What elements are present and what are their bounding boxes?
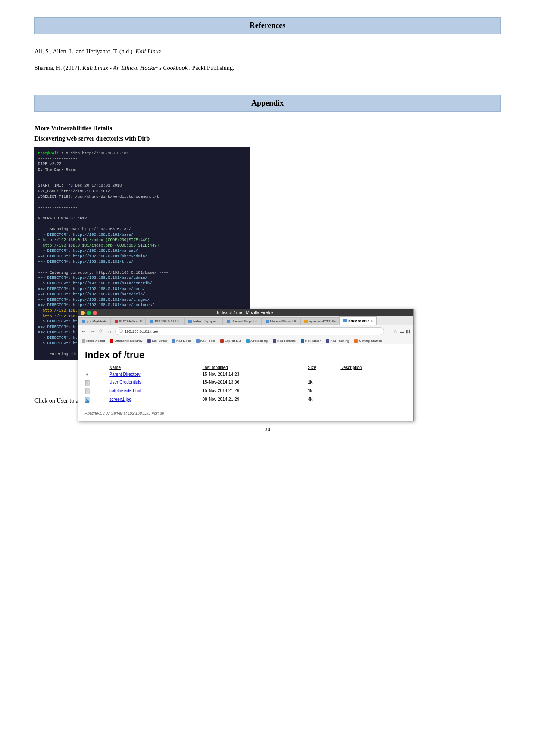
tab-label-index-true: Index of /true xyxy=(348,319,369,323)
screenshot-wrapper: root@kali :~# dirb http://192.168.0.181 … xyxy=(34,147,501,389)
row-name-parent: Parent Directory xyxy=(109,371,202,379)
tab-favicon-manual2 xyxy=(266,320,269,323)
terminal-sep: ----------------- xyxy=(38,205,247,211)
reference-1: Ali, S., Allen, L. and Heriyanto, T. (n.… xyxy=(34,47,501,56)
terminal-cmd-text: :~# dirb http://192.168.0.181 xyxy=(61,151,129,156)
link-parent-dir[interactable]: Parent Directory xyxy=(109,372,140,377)
bookmark-favicon-getting-started xyxy=(354,339,358,343)
tab-favicon-index-phpm xyxy=(188,320,192,323)
reader-view-icon[interactable]: ☰ xyxy=(400,329,404,334)
tab-label-manual2: Manual Page: htt... xyxy=(270,319,299,323)
tab-phpmyadmin[interactable]: phpMyAdmin xyxy=(78,317,111,325)
tab-manual1[interactable]: Manual Page: htt... xyxy=(223,317,262,325)
bookmark-label-exploit-db: Exploit-DB xyxy=(225,339,241,343)
tab-label-put: PUT Method E xyxy=(119,319,142,323)
row-name-html: gotothersite.html xyxy=(109,387,202,396)
terminal-index: + http://192.168.0.181/index (CODE:200|S… xyxy=(38,237,247,243)
bookmark-aircrack[interactable]: Aircrack-ng xyxy=(245,338,269,343)
link-html[interactable]: gotothersite.html xyxy=(109,388,141,393)
tab-favicon-phpmyadmin xyxy=(82,320,85,323)
svg-point-9 xyxy=(86,399,88,400)
bookmark-favicon-nethunter xyxy=(301,339,304,343)
row-modified-img: 08-Nov-2014 21:29 xyxy=(202,396,308,405)
tab-192[interactable]: 192.168.0.181/b... xyxy=(146,317,185,325)
row-desc-parent xyxy=(340,371,407,379)
bookmark-kali-training[interactable]: Kali Training xyxy=(325,338,350,343)
close-button[interactable] xyxy=(93,311,97,315)
tab-index-true[interactable]: Index of /true × xyxy=(339,316,377,325)
tab-apache[interactable]: Apache HTTP Ser... xyxy=(300,317,339,325)
row-size-html: 1k xyxy=(308,387,340,396)
link-img[interactable]: screen1.jpg xyxy=(109,397,131,402)
home-button[interactable]: ⌂ xyxy=(106,328,113,334)
ref1-italic: Kali Linux xyxy=(135,48,161,55)
terminal-base-help: ==> DIRECTORY: http://192.168.0.181/base… xyxy=(38,292,247,297)
back-arrow-icon xyxy=(85,372,90,377)
appendix-header: Appendix xyxy=(34,95,501,112)
bookmark-offensive[interactable]: Offensive Security xyxy=(109,338,144,343)
bookmark-getting-started[interactable]: Getting Started xyxy=(353,338,383,343)
bookmark-label-offensive: Offensive Security xyxy=(114,339,142,343)
sync-icon[interactable]: ▮▮ xyxy=(406,329,411,334)
terminal-start: START_TIME: Thu Dec 20 17:18:01 2018 xyxy=(38,183,247,189)
bookmark-label-aircrack: Aircrack-ng xyxy=(250,339,268,343)
terminal-base-contrib: ==> DIRECTORY: http://192.168.0.181/base… xyxy=(38,281,247,287)
svg-rect-1 xyxy=(85,380,89,385)
back-button[interactable]: ← xyxy=(81,328,87,334)
bookmark-icon[interactable]: ☆ xyxy=(393,328,397,334)
tab-manual2[interactable]: Manual Page: htt... xyxy=(262,317,300,325)
terminal-line-1: ----------------- xyxy=(38,156,247,162)
bookmark-label-most-visited: Most Visited xyxy=(86,339,105,343)
terminal-line-4: ----------------- xyxy=(38,172,247,178)
terminal-wordlist: WORDLIST_FILES: /usr/share/dirb/wordlist… xyxy=(38,194,247,200)
maximize-button[interactable] xyxy=(87,311,91,315)
col-size-header: Size xyxy=(308,364,340,371)
bookmark-exploit-db[interactable]: Exploit-DB xyxy=(219,338,242,343)
address-info-icon: ⓘ xyxy=(119,328,123,334)
terminal-base-docs: ==> DIRECTORY: http://192.168.0.181/base… xyxy=(38,287,247,292)
terminal-prompt: root@kali xyxy=(38,151,59,156)
link-credentials[interactable]: User Credentials xyxy=(109,380,141,384)
index-table: Name Last modified Size Description xyxy=(85,364,407,405)
file-icon-html xyxy=(85,388,90,394)
row-size-credentials: 1k xyxy=(308,379,340,387)
reference-2: Sharma, H. (2017). Kali Linux - An Ethic… xyxy=(34,63,501,73)
table-row-img: screen1.jpg 08-Nov-2014 21:29 4k xyxy=(85,396,407,405)
bookmark-kali-linux[interactable]: Kali Linux xyxy=(146,338,168,343)
table-row-html: gotothersite.html 15-Nov-2014 21:26 1k xyxy=(85,387,407,396)
more-options-icon[interactable]: ⋯ xyxy=(387,328,391,334)
svg-marker-0 xyxy=(86,373,88,376)
address-bar[interactable]: ⓘ 192.168.0.181/true/ xyxy=(115,327,384,335)
row-desc-html xyxy=(340,387,407,396)
row-icon-credentials xyxy=(85,379,109,387)
references-section: References Ali, S., Allen, L. and Heriya… xyxy=(34,17,501,73)
tab-favicon-put xyxy=(115,320,118,323)
bookmark-most-visited[interactable]: Most Visited xyxy=(81,338,106,343)
terminal-url: URL_BASE: http://192.168.0.181/ xyxy=(38,189,247,194)
bookmark-kali-forums[interactable]: Kali Forums xyxy=(272,338,297,343)
address-text: 192.168.0.181/true/ xyxy=(125,329,158,334)
col-name-header: Name xyxy=(109,364,202,371)
bookmark-label-kali-docs: Kali Docs xyxy=(176,339,191,343)
row-desc-credentials xyxy=(340,379,407,387)
tab-label-phpmyadmin: phpMyAdmin xyxy=(87,319,107,323)
tab-put-method[interactable]: PUT Method E xyxy=(111,317,146,325)
bookmark-nethunter[interactable]: NetHunter xyxy=(300,338,322,343)
minimize-button[interactable] xyxy=(81,311,85,315)
terminal-index-php: + http://192.168.0.181/index.php (CODE:2… xyxy=(38,243,247,249)
tab-close-icon[interactable]: × xyxy=(371,319,373,323)
ref2-after: . Packt Publishing. xyxy=(189,65,235,71)
terminal-base-images: ==> DIRECTORY: http://192.168.0.181/base… xyxy=(38,297,247,303)
forward-button[interactable]: → xyxy=(89,328,95,334)
appendix-title: Appendix xyxy=(44,99,491,108)
tab-index-phpm[interactable]: Index of /phpm... xyxy=(185,317,223,325)
bookmark-label-nethunter: NetHunter xyxy=(305,339,321,343)
row-icon-img xyxy=(85,396,109,405)
bookmark-favicon-kali-linux xyxy=(147,339,151,343)
page-container: References Ali, S., Allen, L. and Heriya… xyxy=(34,17,501,433)
browser-titlebar: Index of /true - Mozilla Firefox xyxy=(78,309,413,316)
table-row-parent: Parent Directory 15-Nov-2014 14:23 - xyxy=(85,371,407,379)
bookmark-kali-tools[interactable]: Kali Tools xyxy=(195,338,216,343)
reload-button[interactable]: ⟳ xyxy=(98,328,104,334)
bookmark-kali-docs[interactable]: Kali Docs xyxy=(171,338,192,343)
